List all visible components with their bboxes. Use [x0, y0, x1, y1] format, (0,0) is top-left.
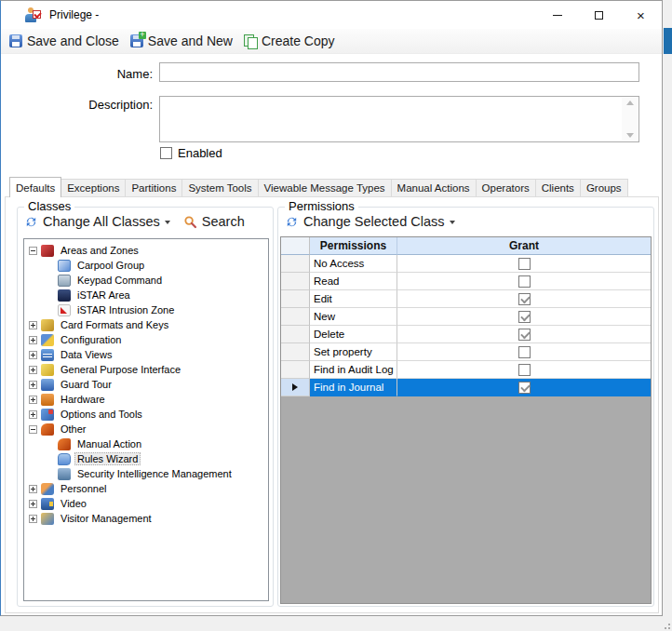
change-selected-class-button[interactable]: Change Selected Class [303, 214, 445, 229]
maximize-button[interactable] [578, 1, 620, 29]
permission-name-cell[interactable]: Find in Journal [310, 379, 397, 396]
grant-checkbox[interactable] [518, 258, 531, 270]
description-input[interactable] [160, 97, 620, 140]
permission-name-cell[interactable]: Find in Audit Log [310, 361, 397, 379]
tree-expander[interactable] [29, 410, 37, 419]
tree-expander[interactable] [29, 351, 37, 359]
permission-name-cell[interactable]: No Access [310, 255, 397, 273]
tree-item[interactable]: Hardware [24, 392, 268, 407]
enabled-checkbox[interactable] [160, 147, 172, 159]
grant-checkbox[interactable] [518, 364, 531, 376]
row-header-cell[interactable] [281, 290, 310, 308]
table-row[interactable]: No Access [281, 255, 651, 273]
tree-item[interactable]: Visitor Management [24, 511, 268, 526]
tree-expander[interactable] [29, 425, 37, 434]
tab[interactable]: Operators [476, 179, 536, 196]
grant-checkbox[interactable] [518, 293, 531, 305]
tab[interactable]: Exceptions [60, 179, 126, 196]
tree-expander[interactable] [29, 336, 37, 344]
table-row[interactable]: Set property [281, 343, 651, 361]
grant-cell[interactable] [397, 379, 651, 396]
tree-expander[interactable] [29, 381, 37, 389]
tab[interactable]: Clients [535, 179, 581, 196]
table-row[interactable]: Delete [281, 326, 651, 343]
grant-checkbox[interactable] [518, 275, 531, 288]
grant-checkbox[interactable] [518, 346, 531, 358]
tree-item[interactable]: Manual Action [24, 436, 268, 451]
table-row[interactable]: Find in Audit Log [281, 361, 651, 379]
grant-cell[interactable] [397, 326, 651, 343]
grant-cell[interactable] [397, 273, 651, 290]
grant-cell[interactable] [397, 290, 651, 308]
tree-expander[interactable] [29, 485, 37, 493]
permission-name-cell[interactable]: Read [310, 273, 397, 290]
grant-cell[interactable] [397, 255, 651, 273]
name-input[interactable] [159, 62, 639, 82]
table-row[interactable]: Edit [281, 290, 651, 308]
tree-expander[interactable] [29, 500, 37, 508]
save-and-new-button[interactable]: Save and New [125, 31, 238, 51]
classes-tree[interactable]: Areas and Zones Carpool Group Keypad Com… [23, 238, 269, 601]
permission-name-cell[interactable]: New [310, 308, 397, 326]
tree-item[interactable]: Personnel [24, 481, 268, 496]
permissions-column-header[interactable]: Permissions [310, 237, 397, 255]
tree-item-icon [41, 409, 54, 421]
tree-item[interactable]: Video [24, 496, 268, 511]
row-header-cell[interactable] [281, 255, 310, 273]
tree-item[interactable]: Areas and Zones [24, 243, 268, 258]
tree-item[interactable]: Keypad Command [24, 273, 268, 288]
row-header-cell[interactable] [281, 361, 310, 379]
tab[interactable]: Partitions [125, 179, 182, 196]
grant-checkbox[interactable] [518, 382, 531, 394]
chevron-down-icon[interactable] [165, 221, 170, 224]
table-row[interactable]: New [281, 308, 651, 326]
permission-name-cell[interactable]: Delete [310, 326, 397, 343]
tree-item[interactable]: General Purpose Interface [24, 362, 268, 377]
tab[interactable]: Viewable Message Types [258, 179, 392, 196]
chevron-down-icon[interactable] [450, 221, 455, 224]
permission-name-cell[interactable]: Edit [310, 290, 397, 308]
table-row[interactable]: Find in Journal [281, 379, 651, 396]
tab[interactable]: System Tools [181, 179, 258, 196]
tree-item[interactable]: Other [24, 422, 268, 436]
save-and-close-button[interactable]: Save and Close [4, 31, 125, 51]
row-header-cell[interactable] [281, 343, 310, 361]
resize-grip[interactable] [661, 620, 670, 629]
grant-cell[interactable] [397, 361, 651, 379]
tab[interactable]: Groups [580, 179, 628, 196]
grant-cell[interactable] [397, 308, 651, 326]
tree-expander[interactable] [29, 396, 37, 404]
tree-expander[interactable] [29, 515, 37, 523]
tree-item[interactable]: Options and Tools [24, 407, 268, 422]
tree-item[interactable]: Card Formats and Keys [24, 317, 268, 332]
grant-checkbox[interactable] [518, 329, 531, 341]
row-header-cell[interactable] [281, 273, 310, 290]
grant-column-header[interactable]: Grant [397, 237, 651, 255]
create-copy-button[interactable]: Create Copy [238, 31, 341, 51]
grant-cell[interactable] [397, 343, 651, 361]
tree-item[interactable]: Security Intelligence Management [24, 466, 268, 481]
row-header-cell[interactable] [281, 326, 310, 343]
close-button[interactable]: × [620, 1, 662, 29]
search-button[interactable]: Search [202, 214, 245, 229]
row-header-cell[interactable] [281, 308, 310, 326]
row-header-cell[interactable] [281, 379, 310, 396]
tree-item[interactable]: Carpool Group [24, 258, 268, 273]
change-all-classes-button[interactable]: Change All Classes [43, 214, 160, 229]
grant-checkbox[interactable] [518, 311, 531, 323]
permission-name-cell[interactable]: Set property [310, 343, 397, 361]
tree-item[interactable]: Rules Wizard [24, 451, 268, 466]
tree-item[interactable]: iSTAR Area [24, 288, 268, 302]
tree-expander[interactable] [29, 366, 37, 374]
minimize-button[interactable] [536, 1, 578, 29]
tree-item[interactable]: Data Views [24, 347, 268, 362]
tree-item[interactable]: Guard Tour [24, 377, 268, 392]
tab[interactable]: Defaults [9, 177, 61, 197]
description-scrollbar[interactable] [622, 98, 638, 141]
tree-expander[interactable] [29, 247, 37, 255]
tree-item[interactable]: iSTAR Intrusion Zone [24, 302, 268, 317]
tree-expander[interactable] [29, 321, 37, 329]
tree-item[interactable]: Configuration [24, 332, 268, 347]
table-row[interactable]: Read [281, 273, 651, 290]
tab[interactable]: Manual Actions [391, 179, 477, 196]
